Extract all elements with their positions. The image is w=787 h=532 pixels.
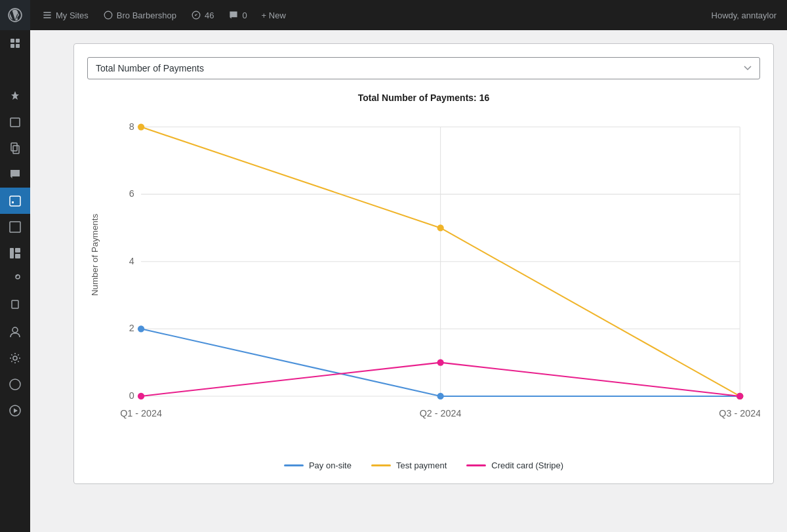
svg-text:Number of Payments: Number of Payments [90,214,100,297]
svg-text:Q3 - 2024: Q3 - 2024 [719,408,760,419]
site-name-link[interactable]: Bro Barbershop [96,7,183,23]
svg-rect-1 [10,39,14,43]
sidebar-item-settings[interactable] [0,345,30,371]
legend-pay-onsite: Pay on-site [284,460,352,470]
svg-line-42 [441,228,740,396]
sidebar-item-comments[interactable] [0,161,30,188]
sidebar-item-play[interactable] [0,398,30,424]
legend-credit-card: Credit card (Stripe) [466,460,563,470]
sidebar-item-add[interactable] [0,371,30,398]
sidebar-item-table[interactable] [0,214,30,240]
updates-count: 46 [205,10,214,20]
sidebar-item-calendar[interactable] [0,188,30,214]
sidebar-item-pin[interactable] [0,83,30,109]
svg-point-50 [737,393,743,399]
svg-line-46 [141,363,441,396]
sidebar [0,30,30,532]
svg-line-47 [441,363,740,396]
my-sites-label: My Sites [56,10,89,20]
svg-point-44 [437,224,444,231]
svg-rect-8 [10,196,20,206]
legend-pay-onsite-label: Pay on-site [309,460,352,470]
svg-point-16 [12,327,18,333]
svg-rect-13 [15,254,20,258]
legend-test-payment: Test payment [371,460,447,470]
svg-point-38 [138,325,144,332]
svg-point-18 [10,379,20,390]
svg-text:4: 4 [129,256,134,266]
chart-legend: Pay on-site Test payment Credit card (St… [87,460,760,470]
topbar-right: Howdy, anntaylor [712,10,787,20]
new-link[interactable]: + New [255,8,293,23]
sidebar-item-tools[interactable] [0,266,30,293]
svg-text:Q2 - 2024: Q2 - 2024 [420,408,462,419]
sidebar-item-grid[interactable] [0,240,30,266]
sidebar-item-pages[interactable] [0,135,30,161]
chart-svg: 0 2 4 6 8 Number of Payments Q1 - 2024 Q… [87,113,760,450]
sidebar-item-posts[interactable] [0,56,30,83]
svg-text:6: 6 [129,188,134,199]
main-content: Total Number of Payments Total Revenue T… [60,30,787,532]
dropdown-wrapper: Total Number of Payments Total Revenue [87,57,760,79]
updates-link[interactable]: 46 [184,7,220,23]
legend-test-payment-label: Test payment [396,460,447,470]
svg-text:0: 0 [129,390,134,401]
new-label: + New [262,10,286,20]
svg-point-49 [437,359,444,365]
svg-rect-11 [10,248,14,258]
svg-text:Q1 - 2024: Q1 - 2024 [120,408,162,419]
legend-credit-card-label: Credit card (Stripe) [491,460,563,470]
sidebar-item-plugins[interactable] [0,293,30,319]
svg-text:8: 8 [129,121,134,132]
svg-point-48 [138,393,144,399]
svg-rect-6 [11,143,17,151]
svg-rect-9 [12,201,14,203]
wp-logo[interactable] [0,0,30,30]
topbar: My Sites Bro Barbershop 46 0 + New Howdy… [0,0,787,30]
svg-rect-10 [10,222,20,232]
svg-rect-2 [16,39,20,43]
svg-point-39 [437,393,444,399]
svg-point-43 [138,123,144,130]
comments-count: 0 [242,10,247,20]
legend-credit-card-line [466,464,486,466]
svg-rect-4 [16,44,20,48]
sidebar-item-bookings[interactable] [0,109,30,135]
chart-container: Total Number of Payments Total Revenue T… [73,43,774,484]
sidebar-item-users[interactable] [0,319,30,345]
svg-rect-3 [10,44,14,48]
legend-test-payment-line [371,464,391,466]
comments-link[interactable]: 0 [222,7,253,23]
sidebar-item-dashboard[interactable] [0,30,30,56]
topbar-items: My Sites Bro Barbershop 46 0 + New [30,7,712,23]
svg-rect-15 [12,300,18,308]
svg-text:2: 2 [129,323,134,333]
svg-rect-12 [15,248,20,253]
chart-type-select[interactable]: Total Number of Payments Total Revenue [87,57,760,79]
svg-point-17 [13,356,17,360]
site-name-label: Bro Barbershop [117,10,176,20]
svg-line-41 [141,127,441,228]
svg-line-36 [141,329,441,396]
howdy-link[interactable]: Howdy, anntaylor [712,10,777,20]
chart-title: Total Number of Payments: 16 [87,92,760,103]
svg-rect-5 [10,118,20,127]
legend-pay-onsite-line [284,464,304,466]
svg-rect-7 [13,146,19,153]
chart-svg-wrapper: 0 2 4 6 8 Number of Payments Q1 - 2024 Q… [87,113,760,453]
my-sites-link[interactable]: My Sites [35,7,95,23]
